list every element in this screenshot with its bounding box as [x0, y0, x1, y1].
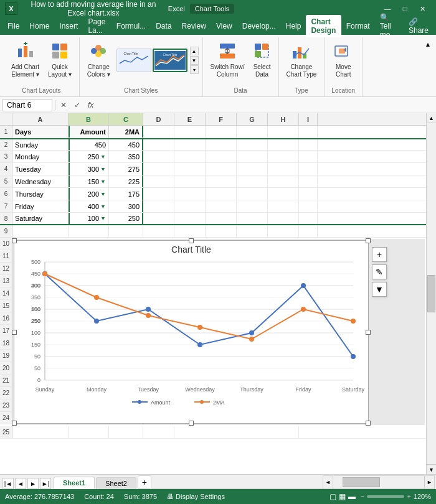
hscroll-left[interactable]: ◄ [323, 476, 333, 488]
cell-g2[interactable] [237, 139, 268, 150]
cell-c3[interactable]: 350 [109, 151, 143, 162]
cell-g5[interactable] [237, 175, 268, 187]
cell-d5[interactable] [143, 175, 174, 187]
chart-handle-bl[interactable] [12, 421, 17, 426]
cell-d9[interactable] [143, 225, 174, 237]
chart-handle-tm[interactable] [189, 238, 194, 243]
cell-e4[interactable] [174, 163, 206, 175]
cell-d1[interactable] [143, 126, 174, 138]
cell-e1[interactable] [174, 126, 206, 138]
cell-f4[interactable] [206, 163, 237, 175]
confirm-formula-icon[interactable]: ✓ [72, 100, 83, 111]
cell-h8[interactable] [268, 213, 299, 224]
cell-h7[interactable] [268, 200, 299, 212]
menu-home[interactable]: Home [24, 19, 54, 33]
cell-b7[interactable]: 400▼ [69, 200, 109, 212]
cell-b9[interactable] [69, 225, 109, 237]
cell-f2[interactable] [206, 139, 237, 150]
cell-a4[interactable]: Tuesday [12, 163, 69, 175]
formula-input[interactable] [98, 101, 434, 110]
menu-chartdesign[interactable]: Chart Design [306, 15, 341, 37]
zoom-out-btn[interactable]: − [361, 493, 364, 500]
chart-box[interactable]: Chart Title 0 50 [14, 240, 369, 424]
zoom-in-btn[interactable]: + [407, 493, 410, 500]
col-header-f[interactable]: F [206, 113, 237, 125]
scroll-thumb[interactable] [427, 275, 435, 312]
cell-e7[interactable] [174, 200, 206, 212]
cell-c2[interactable]: 450 [109, 139, 143, 150]
tab-sheet1[interactable]: Sheet1 [54, 477, 95, 489]
cell-a3[interactable]: Monday [12, 151, 69, 162]
cell-a8[interactable]: Saturday [12, 213, 69, 224]
chart-handle-tl[interactable] [12, 238, 17, 243]
cell-f5[interactable] [206, 175, 237, 187]
col-header-d[interactable]: D [143, 113, 174, 125]
cell-c8[interactable]: 250 [109, 213, 143, 224]
cell-d2[interactable] [143, 139, 174, 150]
cell-e9[interactable] [174, 225, 206, 237]
cell-c4[interactable]: 275 [109, 163, 143, 175]
chart-container[interactable]: Chart Title 0 50 [12, 239, 425, 425]
cell-d6[interactable] [143, 188, 174, 200]
cell-d3[interactable] [143, 151, 174, 162]
cell-i2[interactable] [299, 139, 318, 150]
change-colors-button[interactable]: ChangeColors ▾ [83, 40, 114, 81]
cell-e2[interactable] [174, 139, 206, 150]
cell-g4[interactable] [237, 163, 268, 175]
move-chart-button[interactable]: MoveChart [328, 40, 358, 81]
menu-review[interactable]: Review [177, 19, 211, 33]
cell-b3[interactable]: 250▼ [69, 151, 109, 162]
select-data-button[interactable]: SelectData [250, 40, 275, 81]
cell-e25[interactable] [174, 426, 299, 438]
tab-prev-btn[interactable]: ◄ [15, 478, 26, 489]
quick-layout-button[interactable]: QuickLayout ▾ [44, 40, 75, 81]
display-settings-btn[interactable]: 🖶 Display Settings [167, 493, 225, 500]
normal-view-btn[interactable]: ▢ [329, 492, 336, 501]
cell-b8[interactable]: 100▼ [69, 213, 109, 224]
cell-i5[interactable] [299, 175, 318, 187]
cell-h2[interactable] [268, 139, 299, 150]
cell-h4[interactable] [268, 163, 299, 175]
tab-last-btn[interactable]: ►| [40, 478, 51, 489]
col-header-i[interactable]: I [299, 113, 318, 125]
col-header-c[interactable]: C [109, 113, 143, 125]
cell-e6[interactable] [174, 188, 206, 200]
chart-style-2[interactable]: Chart Title [153, 49, 187, 72]
cell-i8[interactable] [299, 213, 318, 224]
cell-i9[interactable] [299, 225, 318, 237]
styles-scroll-up[interactable]: ▲ [190, 47, 199, 55]
menu-view[interactable]: View [211, 19, 237, 33]
cell-g9[interactable] [237, 225, 268, 237]
cell-i3[interactable] [299, 151, 318, 162]
cell-f3[interactable] [206, 151, 237, 162]
cell-a7[interactable]: Friday [12, 200, 69, 212]
cell-b4[interactable]: 300▼ [69, 163, 109, 175]
page-layout-btn[interactable]: ▦ [339, 492, 346, 501]
col-header-b[interactable]: B [69, 113, 109, 125]
cell-c25[interactable] [109, 426, 143, 438]
share-button[interactable]: 🔗 Share [404, 15, 434, 37]
cell-d4[interactable] [143, 163, 174, 175]
cell-c5[interactable]: 225 [109, 175, 143, 187]
cell-g7[interactable] [237, 200, 268, 212]
cell-a6[interactable]: Thursday [12, 188, 69, 200]
add-chart-element-button[interactable]: Add ChartElement ▾ [7, 40, 43, 81]
chart-style-1[interactable]: Chart Title [116, 49, 151, 72]
cell-f6[interactable] [206, 188, 237, 200]
cell-h1[interactable] [268, 126, 299, 138]
cell-e3[interactable] [174, 151, 206, 162]
cell-g3[interactable] [237, 151, 268, 162]
menu-pagelayout[interactable]: Page La... [83, 15, 111, 37]
chart-handle-bm[interactable] [189, 421, 194, 426]
ribbon-collapse[interactable]: ▴ [424, 37, 432, 96]
cell-h9[interactable] [268, 225, 299, 237]
cell-e5[interactable] [174, 175, 206, 187]
cell-i6[interactable] [299, 188, 318, 200]
name-box[interactable]: Chart 6 [2, 99, 52, 111]
cell-a25[interactable] [12, 426, 69, 438]
cell-b6[interactable]: 200▼ [69, 188, 109, 200]
cell-a5[interactable]: Wednesday [12, 175, 69, 187]
cell-g6[interactable] [237, 188, 268, 200]
cancel-formula-icon[interactable]: ✕ [58, 100, 69, 111]
chart-add-element-btn[interactable]: + [372, 247, 387, 262]
